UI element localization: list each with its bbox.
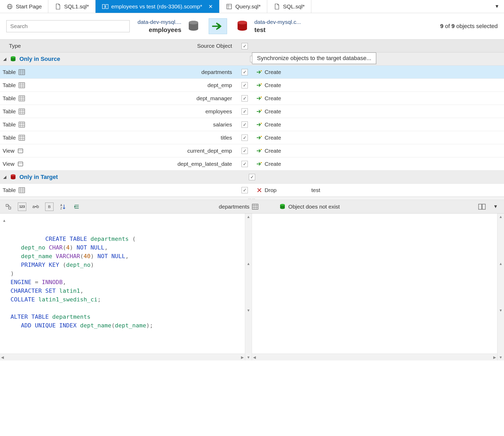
source-sql-code[interactable]: ▲ CREATE TABLE departments ( dept_no CHA…	[0, 214, 245, 354]
search-input[interactable]	[6, 20, 130, 32]
action-label: Create	[265, 148, 281, 154]
table-icon	[18, 82, 25, 89]
database-icon	[186, 19, 201, 34]
database-icon	[235, 19, 250, 34]
target-sql-code[interactable]	[252, 214, 497, 354]
tab-label: SQL.sql*	[283, 3, 305, 10]
svg-point-19	[261, 70, 262, 71]
sqlfile-icon	[274, 3, 280, 10]
table-icon	[18, 187, 25, 194]
source-object-name: dept_manager	[39, 95, 236, 102]
object-row[interactable]: Tableemployees✓Create	[0, 105, 504, 118]
table-icon	[252, 204, 258, 210]
svg-rect-20	[19, 83, 25, 88]
toolbar-btn-sort[interactable]: AZ	[59, 203, 67, 211]
tab-query-sql-[interactable]: Query.sql*	[219, 0, 267, 13]
source-server-label: data-dev-mysql....	[138, 19, 181, 25]
table-icon	[18, 95, 25, 102]
row-checkbox[interactable]: ✓	[242, 148, 248, 154]
column-type-header[interactable]: Type	[0, 43, 39, 49]
group-only-in-target[interactable]: ◢ Only in Target ✓	[0, 171, 504, 184]
toolbar-btn-4[interactable]: B	[45, 203, 54, 211]
tab-overflow-button[interactable]: ▼	[490, 0, 504, 13]
object-row[interactable]: Tabledept_emp✓Create	[0, 79, 504, 92]
collapse-icon[interactable]: ◢	[0, 56, 9, 61]
action-label: Create	[265, 95, 281, 102]
compare-header: data-dev-mysql.... employees data-dev-my…	[0, 13, 504, 39]
vscrollbar[interactable]: ▲▲▼▼	[497, 214, 504, 360]
svg-point-49	[261, 136, 262, 137]
svg-rect-75	[482, 204, 485, 209]
svg-point-13	[11, 56, 15, 58]
table-icon	[18, 108, 25, 115]
create-icon	[256, 135, 262, 141]
tab-sql1-sql-[interactable]: SQL1.sql*	[48, 0, 96, 13]
row-checkbox[interactable]: ✓	[242, 187, 248, 193]
close-icon[interactable]: ✕	[208, 3, 213, 10]
type-label: Table	[3, 69, 16, 75]
tab-employees-vs-test-rds-3306-scomp-[interactable]: employees vs test (rds-3306).scomp*✕	[96, 0, 220, 13]
column-check-header[interactable]: ✓	[236, 43, 254, 49]
create-icon	[256, 108, 262, 115]
row-checkbox[interactable]: ✓	[242, 82, 248, 88]
source-object-name: salaries	[39, 121, 236, 128]
column-source-header[interactable]: Source Object	[39, 43, 236, 49]
type-label: Table	[3, 108, 16, 115]
row-checkbox[interactable]: ✓	[242, 161, 248, 167]
row-checkbox[interactable]: ✓	[242, 69, 248, 75]
object-row[interactable]: Tabledept_manager✓Create	[0, 92, 504, 105]
compare-icon	[102, 3, 109, 10]
row-checkbox[interactable]: ✓	[242, 108, 248, 115]
source-object-name: dept_emp_latest_date	[39, 161, 236, 167]
create-icon	[256, 82, 262, 88]
object-row[interactable]: Tabletitles✓Create	[0, 131, 504, 144]
tab-start-page[interactable]: Start Page	[0, 0, 48, 13]
toolbar-layout-button[interactable]	[478, 203, 486, 211]
type-label: Table	[3, 135, 16, 141]
horizontal-splitter[interactable]: ⋯⋯	[0, 197, 504, 200]
source-object-name: titles	[39, 135, 236, 141]
selection-count-label: 9 of 9 objects selected	[440, 23, 498, 30]
target-sql-pane: ◀▶ ▲▲▼▼	[252, 214, 504, 360]
fold-icon[interactable]: ▲	[3, 218, 5, 223]
svg-rect-64	[9, 207, 11, 209]
synchronize-button[interactable]	[209, 18, 227, 34]
object-row[interactable]: Tablesalaries✓Create	[0, 118, 504, 131]
toolbar-btn-indent[interactable]	[72, 203, 81, 211]
source-sql-pane: ▲ CREATE TABLE departments ( dept_no CHA…	[0, 214, 252, 360]
row-checkbox[interactable]: ✓	[242, 95, 248, 102]
svg-rect-38	[19, 122, 25, 127]
svg-rect-14	[19, 70, 25, 75]
diff-toolbar: 123 a•b B AZ departments Object does not…	[0, 200, 504, 214]
collapse-icon[interactable]: ◢	[0, 174, 9, 179]
group-checkbox[interactable]: ✓	[249, 174, 255, 180]
object-row[interactable]: Viewdept_emp_latest_date✓Create	[0, 157, 504, 171]
group-label: Only in Source	[19, 56, 60, 62]
source-object-name: departments	[39, 69, 236, 75]
vscrollbar[interactable]: ▲▲▼▼	[245, 214, 252, 360]
tab-bar: Start PageSQL1.sql*employees vs test (rd…	[0, 0, 504, 13]
toolbar-dropdown-button[interactable]: ▼	[491, 203, 500, 211]
type-label: Table	[3, 82, 16, 88]
object-row[interactable]: Table✓Droptest	[0, 184, 504, 197]
action-label: Create	[265, 69, 281, 75]
svg-point-9	[189, 21, 198, 24]
toolbar-btn-1[interactable]	[4, 203, 13, 211]
tab-label: employees vs test (rds-3306).scomp*	[111, 3, 202, 10]
object-row[interactable]: Tabledepartments✓Create	[0, 66, 504, 79]
toolbar-btn-numbers[interactable]: 123	[18, 203, 26, 211]
tab-sql-sql-[interactable]: SQL.sql*	[267, 0, 311, 13]
drop-icon	[256, 187, 262, 193]
toolbar-btn-case[interactable]: a•b	[32, 203, 40, 211]
action-label: Create	[265, 108, 281, 115]
hscrollbar[interactable]: ◀▶	[252, 354, 497, 360]
row-checkbox[interactable]: ✓	[242, 135, 248, 141]
right-pane-label: Object does not exist	[288, 204, 340, 210]
database-icon	[9, 55, 17, 63]
svg-point-11	[238, 21, 247, 24]
row-checkbox[interactable]: ✓	[242, 121, 248, 128]
svg-point-43	[261, 123, 262, 124]
svg-point-37	[261, 109, 262, 111]
object-row[interactable]: Viewcurrent_dept_emp✓Create	[0, 144, 504, 157]
hscrollbar[interactable]: ◀▶	[0, 354, 245, 360]
